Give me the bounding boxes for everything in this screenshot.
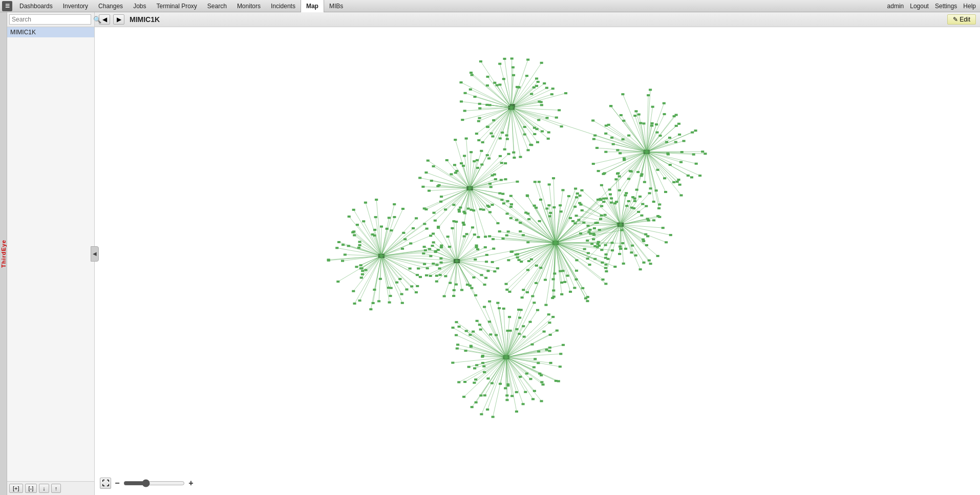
svg-rect-202 [656,169,659,171]
svg-rect-1096 [559,353,562,355]
svg-rect-1167 [598,229,601,231]
svg-rect-664 [545,207,548,209]
svg-rect-37 [523,126,526,128]
svg-rect-359 [506,200,509,202]
download-button[interactable]: ↓ [39,484,49,493]
svg-rect-479 [491,175,494,177]
upload-button[interactable]: ↑ [51,484,61,493]
svg-rect-1270 [466,284,469,286]
svg-rect-970 [462,396,465,398]
svg-rect-873 [412,227,415,229]
admin-link[interactable]: admin [885,3,906,10]
map-canvas[interactable]: /* generated inline below */ ⛶ − + [95,27,980,495]
svg-rect-55 [506,138,509,140]
nav-search[interactable]: Search [202,0,232,12]
svg-rect-574 [521,296,524,298]
svg-line-378 [470,188,485,237]
tree-item-mimic1k[interactable]: MIMIC1K [7,27,94,37]
help-link[interactable]: Help [961,3,978,10]
svg-rect-1050 [520,309,523,311]
svg-rect-1155 [596,243,600,245]
svg-rect-632 [519,222,522,224]
nav-inventory[interactable]: Inventory [58,0,93,12]
svg-rect-781 [373,289,376,291]
svg-rect-847 [371,233,374,235]
svg-rect-1282 [449,282,452,284]
svg-rect-178 [679,161,683,163]
svg-rect-548 [560,282,563,284]
svg-rect-475 [500,162,503,164]
svg-rect-596 [520,261,523,263]
svg-rect-157 [530,93,533,95]
svg-rect-1280 [443,295,446,297]
logout-link[interactable]: Logout [908,3,931,10]
search-icon[interactable]: 🔍 [93,16,101,24]
svg-rect-1135 [618,253,621,255]
svg-rect-171 [555,117,558,119]
svg-rect-107 [470,72,473,74]
svg-rect-294 [634,110,637,112]
svg-rect-920 [529,378,532,380]
svg-line-68 [483,107,512,142]
svg-rect-129 [510,57,514,59]
nav-incidents[interactable]: Incidents [266,0,301,12]
svg-rect-214 [649,187,652,189]
nav-dashboards[interactable]: Dashboards [14,0,58,12]
svg-rect-1298 [417,267,420,269]
svg-rect-196 [676,181,679,183]
svg-rect-1038 [502,308,505,310]
svg-rect-286 [620,114,623,116]
map-toolbar: ◀ ▶ MIMIC1K ✎ Edit [95,12,980,27]
svg-rect-1288 [439,274,442,276]
svg-rect-833 [352,230,355,232]
svg-rect-900 [549,362,552,364]
nav-jobs[interactable]: Jobs [128,0,151,12]
svg-rect-403 [434,220,437,222]
svg-rect-336 [678,134,681,136]
svg-rect-751 [415,291,418,293]
svg-line-1118 [621,225,636,255]
svg-rect-75 [486,126,489,128]
menu-icon: ☰ [5,3,10,9]
svg-rect-1207 [616,172,620,174]
svg-rect-805 [359,264,363,266]
svg-rect-1054 [532,302,536,304]
sidebar-collapse-toggle[interactable]: ◀ [91,246,99,262]
svg-rect-357 [501,193,504,195]
svg-rect-690 [579,195,582,197]
svg-rect-433 [427,160,430,162]
nav-map[interactable]: Map [301,0,324,12]
expand-button[interactable]: [+] [9,484,23,493]
svg-rect-117 [493,82,496,84]
svg-rect-121 [498,63,501,65]
nav-changes[interactable]: Changes [93,0,128,12]
svg-rect-125 [502,78,505,80]
logo-button[interactable]: ☰ [2,1,12,11]
nav-terminal-proxy[interactable]: Terminal Proxy [151,0,202,12]
svg-rect-190 [677,179,680,181]
fit-to-screen-button[interactable]: ⛶ [100,478,111,489]
svg-rect-489 [488,183,492,185]
svg-line-929 [506,357,517,392]
settings-link[interactable]: Settings [933,3,959,10]
svg-rect-676 [559,204,562,206]
collapse-button[interactable]: [-] [25,484,37,493]
nav-monitors[interactable]: Monitors [232,0,266,12]
svg-rect-258 [604,151,607,153]
svg-rect-761 [395,282,398,284]
svg-rect-540 [573,287,576,289]
svg-rect-678 [561,189,564,191]
svg-rect-236 [629,170,632,172]
search-input[interactable] [9,14,91,25]
svg-rect-103 [459,81,462,83]
edit-button[interactable]: ✎ Edit [947,14,976,25]
forward-button[interactable]: ▶ [113,14,124,25]
svg-rect-67 [477,139,480,141]
svg-rect-556 [552,296,556,298]
svg-rect-141 [525,75,528,77]
zoom-slider-input[interactable] [123,479,185,487]
svg-rect-749 [416,285,419,287]
svg-rect-1113 [645,244,648,246]
nav-mibs[interactable]: MIBs [324,0,348,12]
svg-rect-1300 [439,262,442,264]
